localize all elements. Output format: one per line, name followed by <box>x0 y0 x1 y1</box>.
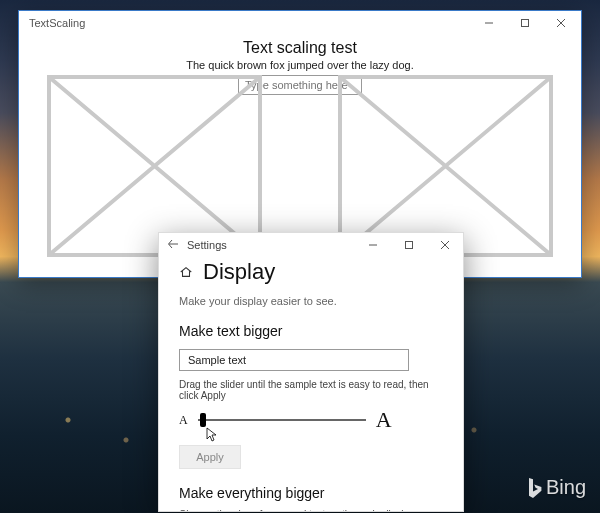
make-everything-bigger-description: Change the size of apps and text on the … <box>179 509 443 511</box>
svg-rect-0 <box>522 20 529 27</box>
slider-thumb[interactable] <box>200 413 206 427</box>
slider-label-large-a: A <box>376 407 392 433</box>
bing-watermark: Bing <box>526 476 586 499</box>
apply-button[interactable]: Apply <box>179 445 241 469</box>
image-placeholder-left <box>47 75 262 257</box>
cursor-icon <box>206 427 218 443</box>
st-minimize-button[interactable] <box>355 233 391 257</box>
ts-maximize-button[interactable] <box>507 11 543 35</box>
svg-rect-3 <box>406 242 413 249</box>
st-close-button[interactable] <box>427 233 463 257</box>
sample-text-value: Sample text <box>188 354 246 366</box>
settings-window: Settings Display Make your display easie… <box>158 232 464 512</box>
slider-instruction: Drag the slider until the sample text is… <box>179 379 443 401</box>
slider-label-small-a: A <box>179 413 188 428</box>
apply-button-label: Apply <box>196 451 224 463</box>
maximize-icon <box>520 18 530 28</box>
text-scaling-titlebar[interactable]: TextScaling <box>19 11 581 35</box>
settings-titlebar[interactable]: Settings <box>159 233 463 257</box>
text-scaling-title: TextScaling <box>29 17 85 29</box>
ts-close-button[interactable] <box>543 11 579 35</box>
make-everything-bigger-heading: Make everything bigger <box>179 485 443 501</box>
bing-watermark-text: Bing <box>546 476 586 499</box>
bing-icon <box>526 478 542 498</box>
text-scaling-heading: Text scaling test <box>243 39 357 57</box>
text-scaling-sample-text: The quick brown fox jumped over the lazy… <box>186 59 413 71</box>
maximize-icon <box>404 240 414 250</box>
minimize-icon <box>368 240 378 250</box>
ts-minimize-button[interactable] <box>471 11 507 35</box>
sample-text-field: Sample text <box>179 349 409 371</box>
back-arrow-icon <box>167 238 179 250</box>
close-icon <box>440 240 450 250</box>
settings-page-description: Make your display easier to see. <box>179 295 443 307</box>
st-maximize-button[interactable] <box>391 233 427 257</box>
make-text-bigger-heading: Make text bigger <box>179 323 443 339</box>
settings-title: Settings <box>187 239 227 251</box>
text-size-slider[interactable] <box>198 419 366 421</box>
minimize-icon <box>484 18 494 28</box>
close-icon <box>556 18 566 28</box>
settings-page-heading: Display <box>203 259 275 285</box>
settings-back-button[interactable] <box>167 238 179 252</box>
home-icon[interactable] <box>179 265 193 279</box>
image-placeholder-right <box>338 75 553 257</box>
